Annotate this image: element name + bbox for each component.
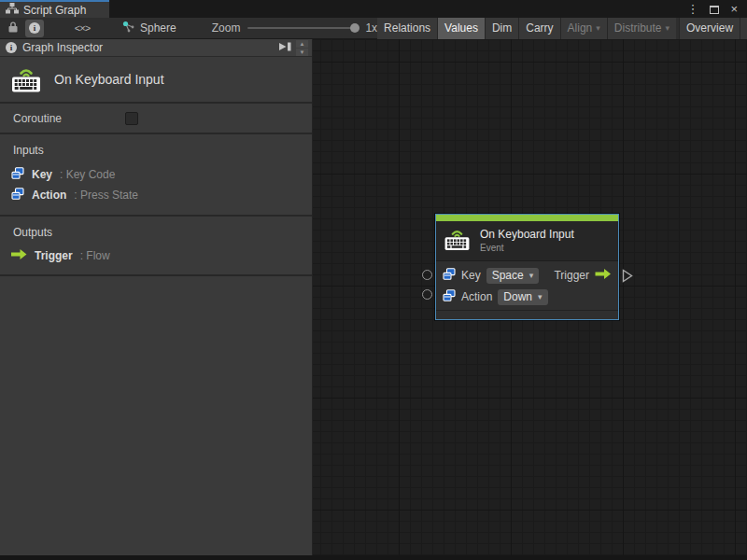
input-port-row: Key : Key Code xyxy=(0,164,312,185)
node-port-row: Key Space ▾ Trigger xyxy=(443,267,612,284)
key-input-port[interactable] xyxy=(422,270,432,280)
lock-icon xyxy=(8,21,18,35)
coroutine-checkbox[interactable] xyxy=(125,112,138,125)
node-color-bar xyxy=(436,215,618,221)
outputs-section: Outputs Trigger : Flow xyxy=(0,217,312,276)
node-port-label: Action xyxy=(461,290,492,303)
node-footer xyxy=(436,310,618,319)
script-graph-icon xyxy=(6,3,19,17)
value-port-icon xyxy=(443,289,456,304)
node-title: On Keyboard Input xyxy=(480,228,574,241)
key-dropdown[interactable]: Space ▾ xyxy=(486,268,540,284)
value-port-icon xyxy=(443,268,456,283)
value-port-icon xyxy=(11,167,24,182)
graph-canvas[interactable]: On Keyboard Input Event Key Space ▾ Trig… xyxy=(313,39,747,560)
action-input-port[interactable] xyxy=(422,289,432,300)
scroll-up-icon[interactable]: ▲ xyxy=(296,40,308,48)
close-icon[interactable]: × xyxy=(730,3,738,16)
flow-arrow-icon xyxy=(595,269,612,282)
graph-name: Sphere xyxy=(140,21,176,35)
port-type: : Press State xyxy=(74,189,138,202)
keyboard-event-icon xyxy=(9,63,43,96)
chevron-down-icon: ▾ xyxy=(538,292,543,301)
flow-arrow-icon xyxy=(11,249,27,262)
node-port-label: Key xyxy=(461,269,481,282)
node-subtitle: Event xyxy=(480,243,574,253)
inspector-empty-area xyxy=(0,276,312,555)
graph-toolbar: i <×> Sphere Zoom 1x Relations Values Di… xyxy=(0,18,747,39)
trigger-output: Trigger xyxy=(554,269,612,282)
info-icon: i xyxy=(6,42,17,53)
keyboard-event-icon xyxy=(443,226,472,254)
relations-button[interactable]: Relations xyxy=(377,18,437,39)
unit-title-block: On Keyboard Input xyxy=(0,57,312,104)
graph-inspector-panel: i Graph Inspector ▲ ▼ On Keyboard Input … xyxy=(0,39,313,555)
info-icon: i xyxy=(29,22,40,34)
action-dropdown[interactable]: Down ▾ xyxy=(498,289,547,305)
window-controls: ⋮ × xyxy=(686,3,747,18)
port-name: Action xyxy=(32,189,66,202)
outputs-header: Outputs xyxy=(0,224,312,246)
port-name: Trigger xyxy=(35,249,73,262)
graph-icon xyxy=(122,21,135,36)
dim-button[interactable]: Dim xyxy=(485,18,518,39)
coroutine-label: Coroutine xyxy=(13,112,62,125)
zoom-slider-handle[interactable] xyxy=(350,23,359,33)
carry-button[interactable]: Carry xyxy=(518,18,559,39)
unit-title: On Keyboard Input xyxy=(54,72,164,87)
inspector-header: i Graph Inspector ▲ ▼ xyxy=(0,39,312,57)
coroutine-row: Coroutine xyxy=(0,104,312,134)
output-port-row: Trigger : Flow xyxy=(0,246,312,265)
chevron-down-icon: ▾ xyxy=(666,23,670,33)
inputs-header: Inputs xyxy=(0,142,312,164)
scroll-down-icon[interactable]: ▼ xyxy=(296,49,308,56)
panel-spinner: ▲ ▼ xyxy=(296,40,308,56)
zoom-label: Zoom xyxy=(212,21,241,35)
on-keyboard-input-node[interactable]: On Keyboard Input Event Key Space ▾ Trig… xyxy=(435,214,619,320)
dock-panel-icon[interactable] xyxy=(278,41,292,55)
distribute-button[interactable]: Distribute▾ xyxy=(607,18,676,39)
port-type: : Flow xyxy=(80,249,110,262)
trigger-label: Trigger xyxy=(554,269,589,282)
chevron-down-icon: ▾ xyxy=(529,271,534,280)
node-body: Key Space ▾ Trigger xyxy=(436,261,618,310)
tab-bar: Script Graph ⋮ × xyxy=(0,0,747,18)
align-button[interactable]: Align▾ xyxy=(560,18,607,39)
full-screen-button[interactable]: Full Screen xyxy=(740,18,747,39)
value-port-icon xyxy=(11,188,24,203)
overview-button[interactable]: Overview xyxy=(679,18,740,39)
inputs-section: Inputs Key : Key Code Action : Press Sta… xyxy=(0,134,312,217)
values-button[interactable]: Values xyxy=(437,18,485,39)
code-icon: <×> xyxy=(75,22,90,34)
maximize-icon[interactable] xyxy=(710,6,719,14)
window-bottom-edge xyxy=(0,555,747,560)
inspector-toggle-button[interactable]: i xyxy=(25,20,44,37)
inspector-title: Graph Inspector xyxy=(22,41,103,54)
window-menu-icon[interactable]: ⋮ xyxy=(686,3,698,16)
node-header[interactable]: On Keyboard Input Event xyxy=(436,221,618,261)
chevron-down-icon: ▾ xyxy=(596,23,600,33)
tab-label: Script Graph xyxy=(23,4,86,17)
zoom-control: Zoom 1x xyxy=(212,21,377,35)
input-port-row: Action : Press State xyxy=(0,185,312,205)
graph-breadcrumb[interactable]: Sphere xyxy=(117,21,186,36)
port-name: Key xyxy=(32,168,52,181)
edit-script-button[interactable]: <×> xyxy=(73,20,92,37)
port-type: : Key Code xyxy=(60,168,115,181)
zoom-slider[interactable] xyxy=(247,27,358,29)
toolbar-button-group: Relations Values Dim Carry Align▾ Distri… xyxy=(377,18,747,39)
trigger-flow-port[interactable] xyxy=(622,269,633,286)
node-port-row: Action Down ▾ xyxy=(443,288,612,305)
zoom-value: 1x xyxy=(365,21,377,35)
main-content: i Graph Inspector ▲ ▼ On Keyboard Input … xyxy=(0,39,747,560)
tab-script-graph[interactable]: Script Graph xyxy=(0,0,109,18)
lock-button[interactable] xyxy=(4,20,22,37)
inspector-header-controls: ▲ ▼ xyxy=(278,40,308,56)
